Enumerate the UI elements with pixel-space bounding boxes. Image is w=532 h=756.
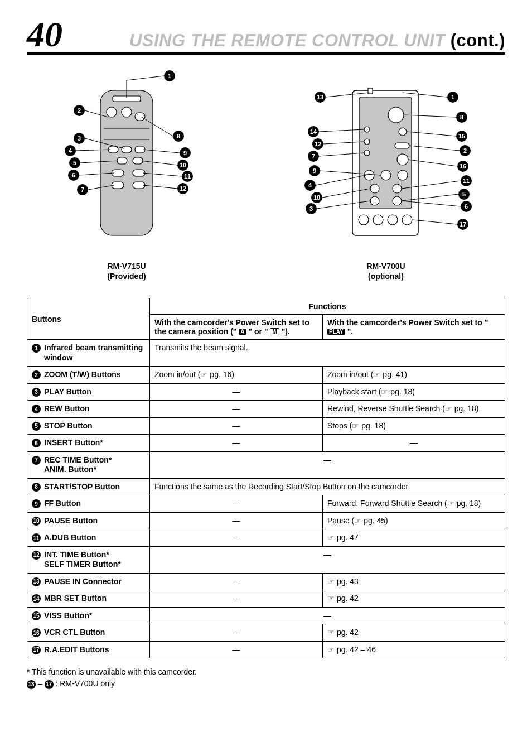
svg-rect-6 xyxy=(117,157,127,164)
function-cell-camera: — xyxy=(150,435,323,452)
table-row: 13PAUSE IN Connector—☞ pg. 43 xyxy=(27,573,505,590)
function-cell-camera: Zoom in/out (☞ pg. 16) xyxy=(150,367,323,384)
row-number-badge: 4 xyxy=(32,405,41,413)
table-row: 16VCR CTL Button—☞ pg. 42 xyxy=(27,624,505,642)
svg-point-74 xyxy=(373,215,383,225)
svg-text:8: 8 xyxy=(177,133,180,139)
svg-text:6: 6 xyxy=(72,172,75,179)
col-camera-mode: With the camcorder's Power Switch set to… xyxy=(150,315,323,340)
svg-rect-2 xyxy=(135,113,145,121)
function-cell-play: Stops (☞ pg. 18) xyxy=(323,417,505,435)
svg-text:7: 7 xyxy=(312,153,315,160)
svg-text:7: 7 xyxy=(81,186,84,193)
svg-point-65 xyxy=(397,154,408,165)
svg-point-63 xyxy=(364,139,370,145)
row-number-badge: 14 xyxy=(32,594,41,603)
button-cell: 10PAUSE Button xyxy=(27,512,150,529)
col-buttons: Buttons xyxy=(27,298,150,340)
table-header-row: Buttons Functions xyxy=(27,298,505,315)
button-cell: 6INSERT Button* xyxy=(27,435,150,452)
svg-point-72 xyxy=(393,196,402,205)
table-row: 14MBR SET Button—☞ pg. 42 xyxy=(27,590,505,608)
button-label: INSERT Button* xyxy=(44,438,103,448)
button-label: VCR CTL Button xyxy=(44,628,105,638)
button-cell: 13PAUSE IN Connector xyxy=(27,573,150,590)
table-row: 2ZOOM (T/W) ButtonsZoom in/out (☞ pg. 16… xyxy=(27,367,505,384)
row-number-badge: 16 xyxy=(32,628,41,637)
svg-point-68 xyxy=(398,170,408,180)
function-cell-play: Playback start (☞ pg. 18) xyxy=(323,383,505,401)
button-cell: 12INT. TIME Button*SELF TIMER Button* xyxy=(27,546,150,573)
right-model: RM-V700U xyxy=(366,262,405,271)
function-cell-camera: — xyxy=(150,495,323,513)
table-row: 6INSERT Button*—— xyxy=(27,435,505,452)
button-cell: 4REW Button xyxy=(27,401,150,418)
svg-text:10: 10 xyxy=(313,194,320,201)
button-cell: 17R.A.EDIT Buttons xyxy=(27,641,150,658)
function-cell-play: ☞ pg. 42 xyxy=(323,624,505,642)
svg-point-64 xyxy=(364,150,370,156)
page-title: USING THE REMOTE CONTROL UNIT (cont.) xyxy=(129,31,505,50)
svg-text:10: 10 xyxy=(180,162,186,168)
svg-point-71 xyxy=(370,196,379,205)
svg-text:9: 9 xyxy=(313,167,316,174)
svg-point-70 xyxy=(393,184,402,193)
table-row: 17R.A.EDIT Buttons—☞ pg. 42 – 46 xyxy=(27,641,505,658)
table-row: 1Infrared beam transmitting windowTransm… xyxy=(27,340,505,367)
button-cell: 16VCR CTL Button xyxy=(27,624,150,642)
svg-point-61 xyxy=(399,128,407,136)
button-cell: 9FF Button xyxy=(27,495,150,513)
svg-text:9: 9 xyxy=(183,150,187,156)
svg-text:2: 2 xyxy=(463,147,467,154)
svg-text:15: 15 xyxy=(458,133,465,139)
page-header: 40 USING THE REMOTE CONTROL UNIT (cont.) xyxy=(27,17,505,55)
left-note: (Provided) xyxy=(107,272,146,281)
page-number: 40 xyxy=(27,17,62,52)
function-cell-spanned: Transmits the beam signal. xyxy=(150,340,505,367)
col-functions: Functions xyxy=(150,298,505,315)
right-note: (optional) xyxy=(368,272,404,281)
button-label: MBR SET Button xyxy=(44,594,107,604)
row-number-badge: 3 xyxy=(32,388,41,397)
svg-point-75 xyxy=(388,215,398,225)
svg-text:17: 17 xyxy=(460,221,466,228)
function-cell-spanned: — xyxy=(150,607,505,624)
button-cell: 3PLAY Button xyxy=(27,383,150,401)
function-cell-camera: — xyxy=(150,417,323,435)
button-label: PLAY Button xyxy=(44,387,91,397)
svg-line-127 xyxy=(413,220,457,224)
button-label: PAUSE IN Connector xyxy=(44,577,122,587)
button-cell: 7REC TIME Button*ANIM. Button* xyxy=(27,451,150,478)
svg-text:11: 11 xyxy=(184,173,191,180)
function-cell-camera: — xyxy=(150,624,323,642)
function-cell-play: Rewind, Reverse Shuttle Search (☞ pg. 18… xyxy=(323,401,505,418)
row-number-badge: 11 xyxy=(32,533,41,542)
function-cell-camera: — xyxy=(150,383,323,401)
row-number-badge: 10 xyxy=(32,517,41,526)
function-cell-play: Forward, Forward Shuttle Search (☞ pg. 1… xyxy=(323,495,505,513)
row-number-badge: 12 xyxy=(32,551,41,560)
table-row: 9FF Button—Forward, Forward Shuttle Sear… xyxy=(27,495,505,513)
col-play-mode: With the camcorder's Power Switch set to… xyxy=(323,315,505,340)
svg-point-76 xyxy=(402,215,412,225)
svg-text:14: 14 xyxy=(310,128,317,135)
svg-line-22 xyxy=(127,76,164,80)
button-label: PAUSE Button xyxy=(44,516,98,526)
function-cell-spanned: — xyxy=(150,451,505,478)
button-cell: 8START/STOP Button xyxy=(27,478,150,495)
button-cell: 14MBR SET Button xyxy=(27,590,150,608)
button-label: STOP Button xyxy=(44,421,93,431)
footnote-asterisk: * This function is unavailable with this… xyxy=(27,666,505,678)
function-cell-spanned: — xyxy=(150,546,505,573)
button-cell: 2ZOOM (T/W) Buttons xyxy=(27,367,150,384)
svg-rect-62 xyxy=(395,143,409,148)
table-row: 15VISS Button*— xyxy=(27,607,505,624)
table-row: 12INT. TIME Button*SELF TIMER Button*— xyxy=(27,546,505,573)
function-cell-play: Pause (☞ pg. 45) xyxy=(323,512,505,529)
svg-text:5: 5 xyxy=(462,191,466,198)
button-label: FF Button xyxy=(44,499,81,509)
table-row: 3PLAY Button—Playback start (☞ pg. 18) xyxy=(27,383,505,401)
button-cell: 1Infrared beam transmitting window xyxy=(27,340,150,367)
button-label: VISS Button* xyxy=(44,611,92,621)
diagram-rmv715u: 1 2 3 4 5 6 7 8 9 10 11 12 RM-V715U (Pro… xyxy=(46,66,207,281)
